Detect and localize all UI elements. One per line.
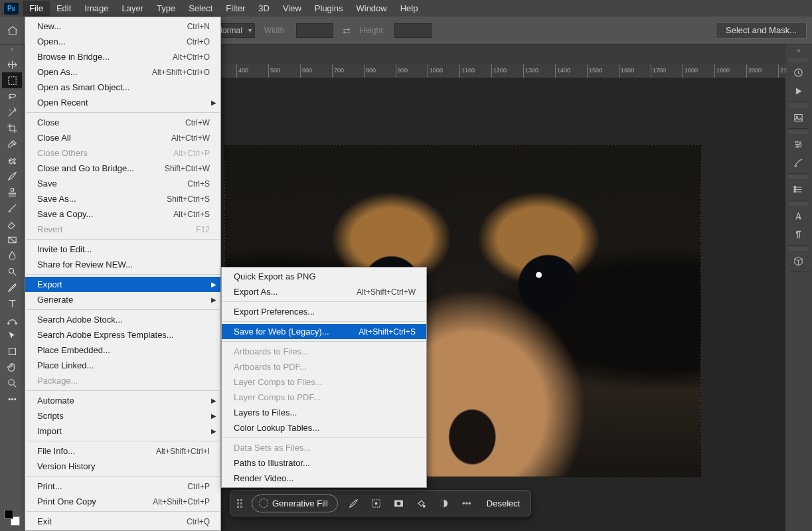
- menu-item-place-linked[interactable]: Place Linked...: [25, 358, 220, 373]
- menu-item-search-adobe-stock[interactable]: Search Adobe Stock...: [25, 312, 220, 327]
- tool-move[interactable]: [2, 56, 22, 72]
- menu-item-open-recent[interactable]: Open Recent▶: [25, 95, 220, 110]
- tool-eyedrop[interactable]: [2, 136, 22, 152]
- tool-hand[interactable]: [2, 359, 22, 375]
- menu-item-paths-to-illustrator[interactable]: Paths to Illustrator...: [222, 455, 426, 471]
- menu-select[interactable]: Select: [182, 1, 219, 16]
- tool-brush[interactable]: [2, 168, 22, 184]
- menu-item-close[interactable]: CloseCtrl+W: [25, 115, 220, 130]
- contextual-task-bar[interactable]: Generative Fill ••• Deselect: [230, 490, 531, 516]
- tool-gradient[interactable]: [2, 232, 22, 248]
- menu-filter[interactable]: Filter: [219, 1, 252, 16]
- tool-eraser[interactable]: [2, 216, 22, 232]
- foreground-background-chips[interactable]: [0, 504, 24, 531]
- menu-item-print-one-copy[interactable]: Print One CopyAlt+Shift+Ctrl+P: [25, 494, 220, 509]
- tool-select[interactable]: [2, 327, 22, 343]
- panel-drag-handle[interactable]: [789, 202, 807, 206]
- menu-item-close-and-go-to-bridge[interactable]: Close and Go to Bridge...Shift+Ctrl+W: [25, 161, 220, 176]
- menu-3d[interactable]: 3D: [252, 1, 276, 16]
- adjust-select-icon[interactable]: [370, 496, 383, 510]
- menu-item-export-preferences[interactable]: Export Preferences...: [222, 304, 426, 319]
- layers-list-icon[interactable]: [789, 180, 807, 198]
- deselect-button[interactable]: Deselect: [483, 498, 525, 508]
- menu-item-save-for-web-legacy[interactable]: Save for Web (Legacy)...Alt+Shift+Ctrl+S: [222, 324, 426, 339]
- menu-item-generate[interactable]: Generate▶: [25, 292, 220, 307]
- invert-icon[interactable]: [438, 496, 451, 510]
- tool-crop[interactable]: [2, 120, 22, 136]
- menu-image[interactable]: Image: [78, 1, 115, 16]
- menu-type[interactable]: Type: [150, 1, 182, 16]
- menu-item-open-as-smart-object[interactable]: Open as Smart Object...: [25, 80, 220, 95]
- menu-edit[interactable]: Edit: [50, 1, 78, 16]
- char-a-icon[interactable]: [789, 206, 807, 225]
- panel-drag-handle[interactable]: [789, 247, 807, 251]
- menu-item-scripts[interactable]: Scripts▶: [25, 408, 220, 423]
- menu-item-new[interactable]: New...Ctrl+N: [25, 19, 220, 34]
- tool-marquee[interactable]: [2, 72, 22, 88]
- tool-pen[interactable]: [2, 279, 22, 295]
- tool-text[interactable]: [2, 295, 22, 311]
- clock-icon[interactable]: [789, 63, 807, 82]
- brush-icon[interactable]: [347, 496, 361, 510]
- tool-path[interactable]: [2, 311, 22, 327]
- adjust-list-icon[interactable]: [789, 135, 807, 153]
- menu-item-browse-in-bridge[interactable]: Browse in Bridge...Alt+Ctrl+O: [25, 49, 220, 64]
- menu-item-version-history[interactable]: Version History: [25, 459, 220, 474]
- brush-lib-icon[interactable]: [789, 153, 807, 172]
- menu-item-place-embedded[interactable]: Place Embedded...: [25, 342, 220, 358]
- menu-file[interactable]: File: [23, 1, 50, 16]
- tool-dots[interactable]: [2, 391, 22, 407]
- panel-drag-handle[interactable]: [789, 175, 807, 179]
- panel-drag-handle[interactable]: [789, 58, 807, 62]
- menu-view[interactable]: View: [276, 1, 308, 16]
- menu-item-render-video[interactable]: Render Video...: [222, 471, 426, 486]
- menu-item-close-all[interactable]: Close AllAlt+Ctrl+W: [25, 130, 220, 145]
- menu-item-print[interactable]: Print...Ctrl+P: [25, 479, 220, 494]
- menu-item-export[interactable]: Export▶: [25, 277, 220, 292]
- menu-help[interactable]: Help: [394, 1, 425, 16]
- panel-drag-handle[interactable]: [789, 104, 807, 108]
- tool-dodge[interactable]: [2, 264, 22, 279]
- menu-item-open[interactable]: Open...Ctrl+O: [25, 34, 220, 49]
- tool-history[interactable]: [2, 200, 22, 216]
- cube-icon[interactable]: [789, 252, 807, 270]
- menu-item-exit[interactable]: ExitCtrl+Q: [25, 514, 220, 529]
- tool-blur[interactable]: [2, 248, 22, 264]
- panel-drag-handle[interactable]: [789, 130, 807, 134]
- select-and-mask-button[interactable]: Select and Mask...: [716, 22, 807, 38]
- menu-item-export-as[interactable]: Export As...Alt+Shift+Ctrl+W: [222, 284, 426, 299]
- menu-item-save[interactable]: SaveCtrl+S: [25, 176, 220, 191]
- menu-item-open-as[interactable]: Open As...Alt+Shift+Ctrl+O: [25, 64, 220, 80]
- menu-layer[interactable]: Layer: [116, 1, 151, 16]
- menu-window[interactable]: Window: [349, 1, 393, 16]
- tool-shape[interactable]: [2, 343, 22, 359]
- more-icon[interactable]: •••: [460, 496, 473, 510]
- picture-icon[interactable]: [789, 108, 807, 127]
- tool-lasso[interactable]: [2, 88, 22, 104]
- menu-item-share-for-review-new[interactable]: Share for Review NEW...: [25, 257, 220, 272]
- menu-item-search-adobe-express-templates[interactable]: Search Adobe Express Templates...: [25, 327, 220, 342]
- menu-item-import[interactable]: Import▶: [25, 423, 220, 439]
- menu-item-automate[interactable]: Automate▶: [25, 393, 220, 408]
- menu-item-color-lookup-tables[interactable]: Color Lookup Tables...: [222, 420, 426, 435]
- menu-item-file-info[interactable]: File Info...Alt+Shift+Ctrl+I: [25, 443, 220, 459]
- menu-item-quick-export-as-png[interactable]: Quick Export as PNG: [222, 269, 426, 284]
- tool-zoom[interactable]: [2, 375, 22, 391]
- generative-fill-button[interactable]: Generative Fill: [252, 494, 338, 512]
- menu-item-layers-to-files[interactable]: Layers to Files...: [222, 405, 426, 420]
- tool-heal[interactable]: [2, 152, 22, 168]
- fill-icon[interactable]: [415, 496, 428, 510]
- menu-item-save-as[interactable]: Save As...Shift+Ctrl+S: [25, 191, 220, 206]
- mask-icon[interactable]: [392, 496, 406, 510]
- tool-wand[interactable]: [2, 104, 22, 120]
- home-icon[interactable]: [5, 23, 20, 38]
- play-icon[interactable]: [789, 82, 807, 100]
- menu-item-save-a-copy[interactable]: Save a Copy...Alt+Ctrl+S: [25, 206, 220, 222]
- menu-item-invite-to-edit[interactable]: Invite to Edit...: [25, 242, 220, 257]
- menu-plugins[interactable]: Plugins: [308, 1, 350, 16]
- drag-handle-icon[interactable]: [237, 499, 242, 508]
- tool-stamp[interactable]: [2, 184, 22, 200]
- collapse-icon[interactable]: «: [788, 47, 809, 55]
- para-icon[interactable]: [789, 225, 807, 244]
- collapse-icon[interactable]: »: [1, 46, 23, 54]
